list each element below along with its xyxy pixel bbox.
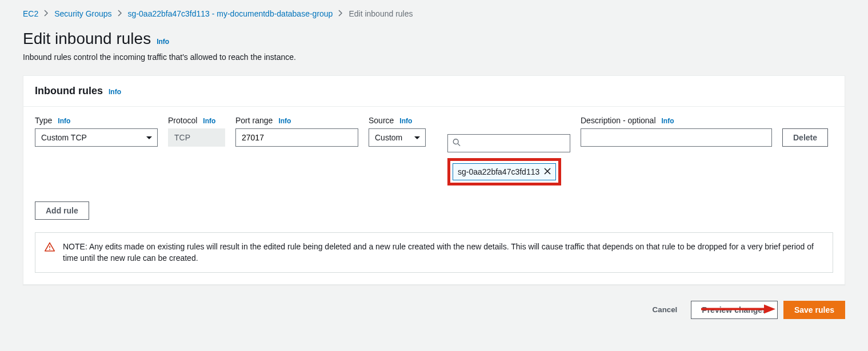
panel-title-info-link[interactable]: Info (109, 88, 121, 96)
delete-rule-button[interactable]: Delete (782, 128, 828, 147)
type-select[interactable]: Custom TCP (35, 128, 158, 147)
save-rules-button[interactable]: Save rules (783, 301, 845, 319)
chevron-right-icon (44, 10, 49, 18)
port-range-info-link[interactable]: Info (278, 117, 291, 125)
warning-box: NOTE: Any edits made on existing rules w… (35, 232, 833, 273)
preview-changes-button[interactable]: Preview changes (691, 301, 778, 319)
panel-title: Inbound rules (35, 85, 103, 97)
protocol-label: Protocol (168, 116, 197, 125)
type-select-value: Custom TCP (41, 133, 87, 142)
svg-line-1 (458, 144, 460, 146)
caret-down-icon (146, 133, 153, 142)
type-info-link[interactable]: Info (58, 117, 70, 125)
breadcrumb-current: Edit inbound rules (349, 9, 413, 18)
chevron-right-icon (338, 10, 343, 18)
port-range-input[interactable] (235, 128, 358, 147)
caret-down-icon (414, 133, 421, 142)
source-tag-label: sg-0aa22bfa47c3fd113 (458, 167, 539, 176)
source-tag-highlight: sg-0aa22bfa47c3fd113 (447, 158, 561, 185)
description-info-link[interactable]: Info (662, 117, 674, 125)
type-label: Type (35, 116, 52, 125)
breadcrumb: EC2 Security Groups sg-0aa22bfa47c3fd113… (23, 9, 845, 18)
protocol-info-link[interactable]: Info (203, 117, 215, 125)
page-description: Inbound rules control the incoming traff… (23, 53, 845, 62)
search-icon (453, 139, 461, 148)
protocol-field: TCP (168, 128, 225, 147)
description-input[interactable] (581, 128, 772, 147)
source-label: Source (369, 116, 394, 125)
protocol-value: TCP (174, 133, 190, 142)
cancel-button[interactable]: Cancel (645, 301, 686, 319)
source-search-input[interactable] (447, 134, 570, 152)
source-mode-select[interactable]: Custom (369, 128, 426, 147)
breadcrumb-ec2[interactable]: EC2 (23, 9, 38, 18)
breadcrumb-sg-detail[interactable]: sg-0aa22bfa47c3fd113 - my-documentdb-dat… (128, 9, 333, 18)
add-rule-button[interactable]: Add rule (35, 201, 89, 220)
source-tag: sg-0aa22bfa47c3fd113 (453, 163, 556, 180)
warning-icon (45, 242, 55, 254)
source-info-link[interactable]: Info (399, 117, 412, 125)
inbound-rules-panel: Inbound rules Info Type Info Custom TCP (23, 75, 845, 285)
breadcrumb-security-groups[interactable]: Security Groups (54, 9, 111, 18)
page-title-info-link[interactable]: Info (157, 38, 169, 46)
source-mode-value: Custom (375, 133, 402, 142)
description-label: Description - optional (581, 116, 656, 125)
chevron-right-icon (118, 10, 122, 18)
warning-text: NOTE: Any edits made on existing rules w… (63, 241, 823, 264)
svg-point-0 (453, 139, 458, 144)
port-range-label: Port range (235, 116, 273, 125)
svg-point-3 (49, 249, 50, 250)
remove-tag-button[interactable] (544, 167, 551, 176)
page-title: Edit inbound rules (23, 30, 151, 48)
